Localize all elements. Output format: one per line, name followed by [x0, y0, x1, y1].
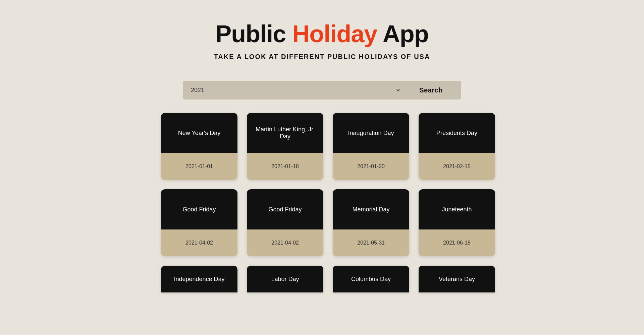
holiday-card: Good Friday2021-04-02 — [247, 189, 323, 256]
holiday-card: Martin Luther King, Jr. Day2021-01-18 — [247, 113, 323, 180]
holiday-date: 2021-01-18 — [247, 153, 323, 180]
holiday-card: Independence Day — [161, 266, 237, 292]
title-part1: Public — [215, 20, 292, 47]
holiday-card: Good Friday2021-04-02 — [161, 189, 237, 256]
holiday-name: Labor Day — [247, 266, 323, 292]
holiday-card: Columbus Day — [333, 266, 409, 292]
holiday-date: 2021-05-31 — [333, 229, 409, 256]
holiday-card: Juneteenth2021-06-18 — [419, 189, 495, 256]
title-highlight: Holiday — [292, 20, 377, 47]
holiday-card: Presidents Day2021-02-15 — [419, 113, 495, 180]
holiday-card: Inauguration Day2021-01-20 — [333, 113, 409, 180]
holiday-date: 2021-02-15 — [419, 153, 495, 180]
page-subtitle: TAKE A LOOK AT DIFFERENT PUBLIC HOLIDAYS… — [0, 53, 644, 61]
holiday-name: Inauguration Day — [333, 113, 409, 153]
holiday-name: New Year's Day — [161, 113, 237, 153]
holiday-name: Juneteenth — [419, 189, 495, 229]
page-title: Public Holiday App — [0, 20, 644, 48]
holiday-date: 2021-01-20 — [333, 153, 409, 180]
year-select[interactable]: 201920202021202220232024 — [183, 81, 401, 99]
search-section: 201920202021202220232024 Search — [171, 81, 473, 99]
holiday-name: Columbus Day — [333, 266, 409, 292]
holiday-card: New Year's Day2021-01-01 — [161, 113, 237, 180]
holiday-card: Labor Day — [247, 266, 323, 292]
holiday-name: Independence Day — [161, 266, 237, 292]
holiday-name: Presidents Day — [419, 113, 495, 153]
title-part2: App — [377, 20, 428, 47]
holiday-date: 2021-04-02 — [161, 229, 237, 256]
holiday-name: Good Friday — [247, 189, 323, 229]
holiday-card: Veterans Day — [419, 266, 495, 292]
holiday-name: Memorial Day — [333, 189, 409, 229]
holiday-name: Martin Luther King, Jr. Day — [247, 113, 323, 153]
search-button[interactable]: Search — [401, 81, 461, 99]
holiday-date: 2021-06-18 — [419, 229, 495, 256]
holiday-date: 2021-04-02 — [247, 229, 323, 256]
holiday-date: 2021-01-01 — [161, 153, 237, 180]
holiday-card: Memorial Day2021-05-31 — [333, 189, 409, 256]
holiday-cards-grid: New Year's Day2021-01-01Martin Luther Ki… — [154, 113, 490, 306]
holiday-name: Veterans Day — [419, 266, 495, 292]
page-header: Public Holiday App TAKE A LOOK AT DIFFER… — [0, 0, 644, 67]
holiday-name: Good Friday — [161, 189, 237, 229]
